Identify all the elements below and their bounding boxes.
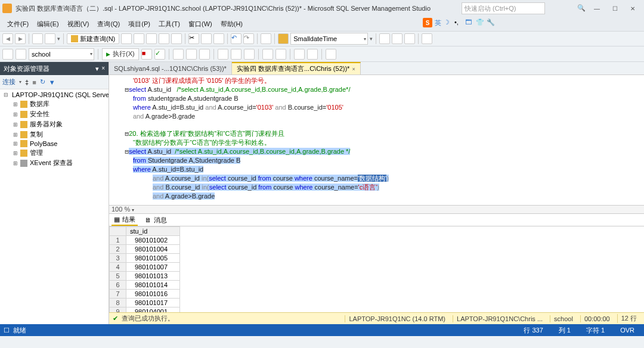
- tb2-icon-6[interactable]: [218, 49, 228, 60]
- undo-icon[interactable]: ↶: [231, 33, 242, 44]
- tb2-icon-4[interactable]: [186, 49, 197, 60]
- cut-icon[interactable]: ✂: [188, 33, 199, 44]
- tb2-icon-9[interactable]: [262, 49, 273, 60]
- object-explorer-toolbar: 连接▾ ‡ ■ ↻ ▼: [0, 75, 109, 89]
- table-row[interactable]: 9980104001: [110, 307, 180, 313]
- tb-icon-1[interactable]: [121, 33, 132, 44]
- tb-icon-8[interactable]: [379, 33, 390, 44]
- stop-button[interactable]: ■: [141, 49, 152, 60]
- quick-launch-input[interactable]: 快速启动 (Ctrl+Q): [462, 2, 545, 14]
- tab-experiment4[interactable]: 实验四 数据库查询语言...C\Chris (52))*×: [232, 62, 361, 74]
- tree-management[interactable]: ⊞管理: [1, 148, 107, 158]
- execute-button[interactable]: ▶执行(X): [102, 48, 139, 60]
- tree-replication[interactable]: ⊞复制: [1, 129, 107, 139]
- pin-icon[interactable]: ▾: [95, 65, 99, 73]
- zoom-level[interactable]: 100 %: [112, 206, 130, 213]
- menu-help[interactable]: 帮助(H): [217, 18, 246, 30]
- new-query-button[interactable]: 新建查询(N): [67, 33, 119, 44]
- tb2-icon-3[interactable]: [173, 49, 184, 60]
- table-row[interactable]: 6980101014: [110, 281, 180, 290]
- menu-file[interactable]: 文件(F): [4, 18, 32, 30]
- tb-icon-11[interactable]: [422, 33, 432, 44]
- tb2-icon-1[interactable]: [2, 49, 13, 60]
- maximize-button[interactable]: ☐: [606, 2, 624, 14]
- menu-window[interactable]: 窗口(W): [185, 18, 216, 30]
- tab-close-icon[interactable]: ×: [352, 66, 355, 72]
- tb-icon-10[interactable]: [404, 33, 415, 44]
- ime-lang[interactable]: 英: [435, 18, 441, 27]
- tb2-icon-12[interactable]: [307, 49, 318, 60]
- messages-tab[interactable]: 🗎消息: [143, 215, 169, 225]
- paste-icon[interactable]: [213, 33, 224, 44]
- back-button[interactable]: ◀: [2, 33, 13, 44]
- cell-stu-id: 980101013: [126, 272, 180, 281]
- tree-polybase[interactable]: ⊞PolyBase: [1, 139, 107, 148]
- tree-xevent[interactable]: ⊞XEvent 探查器: [1, 158, 107, 168]
- tb2-icon-5[interactable]: [199, 49, 210, 60]
- ime-moon-icon[interactable]: ☽: [444, 18, 452, 27]
- tb2-icon-2[interactable]: [16, 49, 26, 60]
- menu-view[interactable]: 视图(V): [64, 18, 93, 30]
- tb-icon-9[interactable]: [392, 33, 402, 44]
- oe-filter-icon[interactable]: ‡: [25, 79, 29, 86]
- tb-icon-5[interactable]: [171, 33, 182, 44]
- menu-project[interactable]: 项目(P): [125, 18, 154, 30]
- tb-icon-7[interactable]: [278, 33, 289, 44]
- panel-close-icon[interactable]: ×: [101, 65, 105, 73]
- search-icon[interactable]: 🔍: [577, 4, 586, 13]
- status-line: 行 337: [518, 326, 549, 335]
- tb2-icon-11[interactable]: [294, 49, 305, 60]
- oe-refresh-icon[interactable]: ↻: [40, 78, 45, 86]
- new-connection-icon[interactable]: [32, 33, 43, 44]
- copy-icon[interactable]: [201, 33, 212, 44]
- tree-server-objects[interactable]: ⊞服务器对象: [1, 119, 107, 129]
- tab-sqlshiyan4[interactable]: SQLshiyan4.sql -...1Q1NC\Chris (53))*: [109, 62, 232, 74]
- object-combo[interactable]: SmalldateTime: [290, 33, 368, 45]
- object-tree[interactable]: ⊟LAPTOP-JR91Q1NC (SQL Server 14.0 ⊞数据库 ⊞…: [0, 89, 109, 324]
- tb2-icon-13[interactable]: [326, 49, 336, 60]
- row-header-blank: [110, 227, 126, 236]
- tb-icon-2[interactable]: [134, 33, 144, 44]
- redo-icon[interactable]: ↷: [243, 33, 254, 44]
- tb2-icon-7[interactable]: [231, 49, 242, 60]
- tb2-icon-10[interactable]: [275, 49, 286, 60]
- tb-icon-6[interactable]: [261, 33, 271, 44]
- table-row[interactable]: 2980101004: [110, 245, 180, 254]
- table-row[interactable]: 8980101017: [110, 299, 180, 307]
- menu-query[interactable]: 查询(Q): [94, 18, 123, 30]
- table-row[interactable]: 5980101013: [110, 272, 180, 281]
- oe-filter2-icon[interactable]: ▼: [49, 79, 55, 86]
- db-selector-value: school: [32, 51, 51, 58]
- table-row[interactable]: 1980101002: [110, 236, 180, 245]
- minimize-button[interactable]: —: [588, 2, 606, 14]
- forward-button[interactable]: ▶: [15, 33, 26, 44]
- parse-button[interactable]: ✓: [154, 49, 165, 60]
- editor-area: SQLshiyan4.sql -...1Q1NC\Chris (53))* 实验…: [109, 62, 644, 324]
- close-button[interactable]: ✕: [624, 2, 642, 14]
- tree-security[interactable]: ⊞安全性: [1, 109, 107, 119]
- ime-keyboard-icon[interactable]: 🗔: [465, 18, 473, 27]
- table-row[interactable]: 3980101005: [110, 254, 180, 263]
- tree-server-root[interactable]: ⊟LAPTOP-JR91Q1NC (SQL Server 14.0: [1, 91, 107, 99]
- tb2-icon-8[interactable]: [244, 49, 255, 60]
- table-row[interactable]: 4980101007: [110, 263, 180, 272]
- sql-editor[interactable]: '0103' 这门课程成绩高于 '0105' 的学生的学号。 ⊟select A…: [109, 75, 644, 205]
- new-file-icon[interactable]: [45, 33, 55, 44]
- main-toolbar: ◀ ▶ ▾ 新建查询(N) ✂ ↶ ↷ SmalldateTime ▾: [0, 31, 644, 46]
- tb-icon-4[interactable]: [159, 33, 169, 44]
- results-grid[interactable]: stu_id 198010100229801010043980101005498…: [109, 226, 644, 312]
- sogou-icon[interactable]: S: [423, 18, 432, 27]
- ime-wrench-icon[interactable]: 🔧: [487, 18, 495, 27]
- ime-clothes-icon[interactable]: 👕: [476, 18, 484, 27]
- connect-label[interactable]: 连接: [2, 77, 16, 86]
- col-stu-id[interactable]: stu_id: [126, 227, 180, 236]
- database-selector[interactable]: school: [29, 48, 94, 60]
- results-tab[interactable]: ▦结果: [112, 215, 138, 226]
- menu-edit[interactable]: 编辑(E): [33, 18, 63, 30]
- tb-icon-3[interactable]: [146, 33, 157, 44]
- ime-dot-icon[interactable]: •,: [454, 18, 463, 27]
- oe-stop-icon[interactable]: ■: [32, 79, 36, 86]
- menu-tools[interactable]: 工具(T): [155, 18, 184, 30]
- tree-databases[interactable]: ⊞数据库: [1, 99, 107, 109]
- table-row[interactable]: 7980101016: [110, 290, 180, 299]
